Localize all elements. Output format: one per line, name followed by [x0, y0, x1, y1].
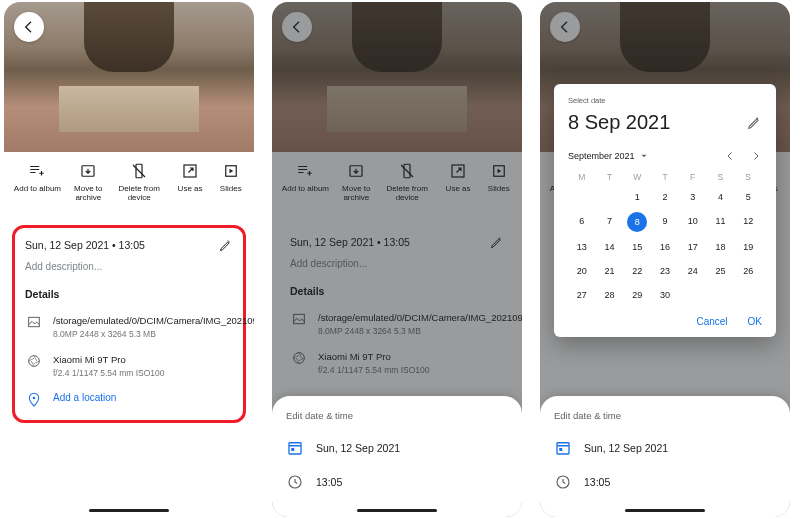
calendar-day[interactable]: 22: [623, 262, 651, 280]
home-indicator[interactable]: [89, 509, 169, 512]
dow-label: F: [679, 172, 707, 182]
calendar-empty: [707, 286, 735, 304]
clock-icon: [554, 473, 572, 491]
edit-time-row[interactable]: 13:05: [286, 469, 508, 495]
calendar-day[interactable]: 23: [651, 262, 679, 280]
calendar-day[interactable]: 2: [651, 188, 679, 206]
action-label: Add to album: [14, 185, 61, 194]
edit-datetime-sheet: Edit date & time Sun, 12 Sep 2021 13:05: [540, 396, 790, 517]
screen-date-picker: Add to album Move to archive Delete from…: [540, 2, 790, 517]
month-dropdown[interactable]: September 2021: [568, 151, 649, 161]
calendar-day[interactable]: 29: [623, 286, 651, 304]
home-indicator[interactable]: [625, 509, 705, 512]
calendar-icon: [554, 439, 572, 457]
delete-from-device-button[interactable]: Delete from device: [114, 162, 165, 203]
chevron-left-icon[interactable]: [724, 150, 736, 162]
calendar-day[interactable]: 6: [568, 212, 596, 232]
calendar-day[interactable]: 30: [651, 286, 679, 304]
screen-info: Add to album Move to archive Delete from…: [4, 2, 254, 517]
edit-icon[interactable]: [746, 115, 762, 131]
move-to-archive-button[interactable]: Move to archive: [63, 162, 114, 203]
photo-content: [59, 86, 199, 132]
camera-meta: f/2.4 1/1147 5.54 mm ISO100: [53, 368, 165, 378]
datetime-text: Sun, 12 Sep 2021 • 13:05: [25, 239, 145, 251]
svg-rect-14: [291, 448, 294, 451]
calendar-day[interactable]: 4: [707, 188, 735, 206]
open-in-new-icon: [181, 162, 199, 180]
calendar-day[interactable]: 19: [734, 238, 762, 256]
calendar-day[interactable]: 27: [568, 286, 596, 304]
calendar-day[interactable]: 25: [707, 262, 735, 280]
calendar-day[interactable]: 14: [596, 238, 624, 256]
calendar-day[interactable]: 11: [707, 212, 735, 232]
calendar-grid: MTWTFSS123456789101112131415161718192021…: [568, 172, 762, 304]
sheet-title: Edit date & time: [554, 410, 776, 421]
clock-icon: [286, 473, 304, 491]
dow-label: T: [596, 172, 624, 182]
dow-label: M: [568, 172, 596, 182]
action-label: Slides: [220, 185, 242, 194]
calendar-day[interactable]: 1: [623, 188, 651, 206]
action-label: Delete from device: [114, 185, 165, 203]
arrow-left-icon: [21, 19, 37, 35]
calendar-day[interactable]: 3: [679, 188, 707, 206]
calendar-day[interactable]: 24: [679, 262, 707, 280]
calendar-empty: [596, 188, 624, 206]
edit-icon[interactable]: [218, 238, 233, 253]
calendar-day[interactable]: 15: [623, 238, 651, 256]
camera-detail-row: Xiaomi Mi 9T Pro f/2.4 1/1147 5.54 mm IS…: [25, 353, 233, 378]
action-row: Add to album Move to archive Delete from…: [4, 152, 254, 217]
calendar-day[interactable]: 16: [651, 238, 679, 256]
add-location-label: Add a location: [53, 392, 116, 403]
add-to-album-button[interactable]: Add to album: [12, 162, 63, 203]
calendar-day[interactable]: 17: [679, 238, 707, 256]
chevron-right-icon[interactable]: [750, 150, 762, 162]
sheet-title: Edit date & time: [286, 410, 508, 421]
calendar-empty: [679, 286, 707, 304]
dow-label: T: [651, 172, 679, 182]
edit-date-row: Sun, 12 Sep 2021: [554, 435, 776, 461]
calendar-day[interactable]: 10: [679, 212, 707, 232]
calendar-day[interactable]: 28: [596, 286, 624, 304]
edit-time-value: 13:05: [316, 476, 342, 488]
calendar-day[interactable]: 21: [596, 262, 624, 280]
camera-name: Xiaomi Mi 9T Pro: [53, 353, 165, 366]
add-location-button[interactable]: Add a location: [25, 392, 233, 408]
calendar-day[interactable]: 7: [596, 212, 624, 232]
add-description-input[interactable]: Add description...: [25, 261, 233, 272]
dow-label: S: [734, 172, 762, 182]
calendar-day[interactable]: 12: [734, 212, 762, 232]
calendar-empty: [734, 286, 762, 304]
slideshow-icon: [222, 162, 240, 180]
ok-button[interactable]: OK: [748, 316, 762, 327]
cancel-button[interactable]: Cancel: [696, 316, 727, 327]
calendar-day[interactable]: 5: [734, 188, 762, 206]
calendar-day[interactable]: 8: [627, 212, 647, 232]
details-heading: Details: [25, 288, 233, 300]
slideshow-button[interactable]: Slides: [216, 162, 247, 203]
picker-supertitle: Select date: [568, 96, 762, 105]
action-label: Move to archive: [63, 185, 114, 203]
edit-date-row[interactable]: Sun, 12 Sep 2021: [286, 435, 508, 461]
calendar-day[interactable]: 13: [568, 238, 596, 256]
svg-rect-13: [289, 443, 301, 454]
calendar-day[interactable]: 18: [707, 238, 735, 256]
playlist-add-icon: [28, 162, 46, 180]
aperture-icon: [26, 353, 42, 369]
file-detail-row: /storage/emulated/0/DCIM/Camera/IMG_2021…: [25, 314, 233, 339]
edit-time-row: 13:05: [554, 469, 776, 495]
svg-point-5: [29, 356, 40, 367]
calendar-empty: [568, 188, 596, 206]
image-icon: [26, 314, 42, 330]
month-label: September 2021: [568, 151, 635, 161]
calendar-day[interactable]: 26: [734, 262, 762, 280]
calendar-day[interactable]: 9: [651, 212, 679, 232]
edit-datetime-sheet: Edit date & time Sun, 12 Sep 2021 13:05: [272, 396, 522, 517]
calendar-day[interactable]: 20: [568, 262, 596, 280]
date-picker-dialog: Select date 8 Sep 2021 September 2021 MT…: [554, 84, 776, 337]
back-button[interactable]: [14, 12, 44, 42]
picker-headline: 8 Sep 2021: [568, 111, 670, 134]
use-as-button[interactable]: Use as: [165, 162, 216, 203]
home-indicator[interactable]: [357, 509, 437, 512]
photo-preview[interactable]: [4, 2, 254, 152]
